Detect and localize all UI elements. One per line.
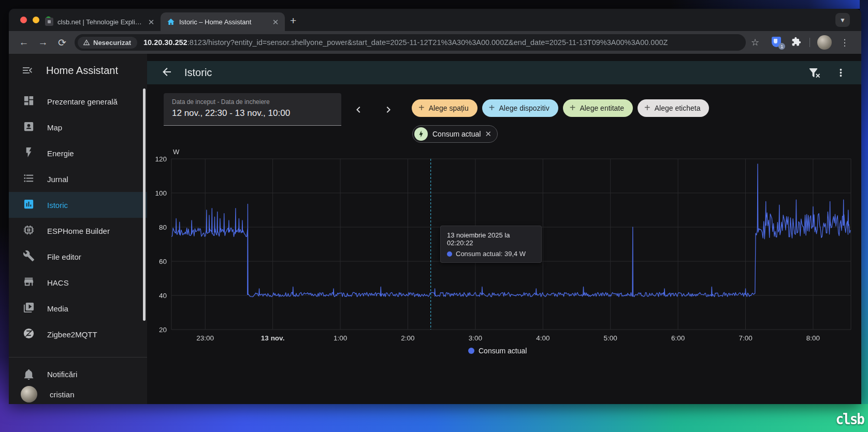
svg-text:W: W xyxy=(173,148,180,156)
sidebar-item-map[interactable]: Map xyxy=(9,114,147,140)
account-box-icon xyxy=(23,121,35,135)
new-tab-button[interactable]: + xyxy=(290,14,296,27)
close-window-button[interactable] xyxy=(20,17,27,23)
security-label: Nesecurizat xyxy=(93,39,131,47)
main-content: Istoric Data de inceput - Data de inchei… xyxy=(147,54,861,404)
tab-clsb[interactable]: clsb.net | Tehnologie Explicată ✕ xyxy=(39,12,161,31)
sidebar-toggle-icon[interactable] xyxy=(21,64,34,77)
forward-button[interactable]: → xyxy=(35,37,51,48)
next-period-button[interactable] xyxy=(382,103,395,116)
warning-icon xyxy=(83,39,90,46)
back-arrow-button[interactable] xyxy=(161,66,173,80)
legend-label: Consum actual xyxy=(479,347,527,355)
browser-window: clsb.net | Tehnologie Explicată ✕ Istori… xyxy=(9,9,861,404)
tab-close-icon[interactable]: ✕ xyxy=(271,18,280,26)
url-host: 10.20.30.252 xyxy=(143,38,187,47)
svg-text:8:00: 8:00 xyxy=(806,334,820,342)
sidebar: Home Assistant Prezentare generalăMapEne… xyxy=(9,54,147,404)
legend-dot-icon xyxy=(468,348,474,354)
overflow-menu-icon[interactable] xyxy=(835,67,847,79)
filter-button-label: Alege spațiu xyxy=(429,104,469,112)
reload-button[interactable]: ⟳ xyxy=(54,37,70,49)
remove-filters-icon[interactable] xyxy=(808,67,820,79)
tab-search-button[interactable]: ▼ xyxy=(835,13,850,27)
previous-period-button[interactable] xyxy=(352,103,365,116)
tooltip-value: Consum actual: 39,4 W xyxy=(456,250,526,258)
extension-badge: 1 xyxy=(778,43,785,50)
play-box-icon xyxy=(23,302,35,316)
svg-text:60: 60 xyxy=(159,258,167,265)
lightning-bolt-icon xyxy=(417,130,425,138)
svg-text:7:00: 7:00 xyxy=(739,334,752,342)
url-text: 10.20.30.252:8123/history?entity_id=sens… xyxy=(143,38,668,47)
tab-close-icon[interactable]: ✕ xyxy=(147,18,155,26)
address-bar[interactable]: Nesecurizat 10.20.30.252:8123/history?en… xyxy=(75,34,746,51)
sidebar-item-label: Media xyxy=(47,304,68,313)
notifications-label: Notificări xyxy=(47,370,77,379)
back-button[interactable]: ← xyxy=(16,37,32,48)
svg-text:5:00: 5:00 xyxy=(604,334,617,342)
svg-text:40: 40 xyxy=(159,292,167,300)
sidebar-item-file-editor[interactable]: File editor xyxy=(9,244,147,270)
page-header: Istoric xyxy=(147,61,861,84)
svg-text:23:00: 23:00 xyxy=(196,334,214,342)
svg-text:2:00: 2:00 xyxy=(401,334,414,342)
sidebar-item-profile[interactable]: cristian xyxy=(9,381,147,404)
sidebar-scrollbar[interactable] xyxy=(143,88,146,321)
svg-text:120: 120 xyxy=(155,155,167,163)
svg-text:4:00: 4:00 xyxy=(536,334,549,342)
sidebar-item-esphome-builder[interactable]: ESPHome Builder xyxy=(9,218,147,244)
sidebar-item-label: Prezentare generală xyxy=(47,97,118,106)
sidebar-item-label: File editor xyxy=(47,252,81,261)
sidebar-item-energie[interactable]: Energie xyxy=(9,140,147,166)
chip-icon xyxy=(23,224,35,238)
browser-menu-icon[interactable]: ⋮ xyxy=(840,37,849,48)
entity-chip-label: Consum actual xyxy=(432,130,481,138)
bookmark-star-icon[interactable]: ☆ xyxy=(751,37,759,48)
plus-icon: + xyxy=(644,102,650,113)
tab-title: clsb.net | Tehnologie Explicată xyxy=(57,18,143,26)
date-range-field[interactable]: Data de inceput - Data de incheiere 12 n… xyxy=(164,93,341,126)
chart-legend[interactable]: Consum actual xyxy=(468,347,527,355)
adblock-extension-icon[interactable]: 1 xyxy=(772,37,782,48)
date-range-value: 12 nov., 22:30 - 13 nov., 10:00 xyxy=(172,108,333,118)
filter-button-alege-eticheta[interactable]: +Alege eticheta xyxy=(638,99,709,117)
tooltip-timestamp: 13 noiembrie 2025 la 02:20:22 xyxy=(447,231,535,247)
svg-text:80: 80 xyxy=(159,224,167,231)
filter-button-alege-spa-iu[interactable]: +Alege spațiu xyxy=(412,99,478,117)
plus-icon: + xyxy=(418,102,425,113)
sidebar-item-hacs[interactable]: HACS xyxy=(9,270,147,295)
browser-toolbar: ← → ⟳ Nesecurizat 10.20.30.252:8123/hist… xyxy=(9,31,861,54)
svg-text:3:00: 3:00 xyxy=(469,334,482,342)
store-icon xyxy=(23,276,35,290)
sidebar-item-jurnal[interactable]: Jurnal xyxy=(9,166,147,192)
sidebar-item-media[interactable]: Media xyxy=(9,295,147,321)
filter-button-label: Alege dispozitiv xyxy=(499,104,549,112)
filter-button-label: Alege entitate xyxy=(580,104,624,112)
svg-text:1:00: 1:00 xyxy=(334,334,347,342)
sidebar-item-prezentare-general-[interactable]: Prezentare generală xyxy=(9,88,147,114)
clsb-favicon-icon xyxy=(45,18,53,26)
sidebar-item-zigbee2mqtt[interactable]: Zigbee2MQTT xyxy=(9,321,147,347)
entity-chip-close-icon[interactable]: ✕ xyxy=(485,129,491,139)
filter-button-label: Alege eticheta xyxy=(655,104,701,112)
desktop-background-top xyxy=(0,0,860,9)
tab-home-assistant[interactable]: Istoric – Home Assistant ✕ xyxy=(161,12,285,31)
svg-text:20: 20 xyxy=(159,326,167,334)
sidebar-divider xyxy=(9,357,147,357)
desktop-background-left xyxy=(0,9,9,404)
wrench-icon xyxy=(23,250,35,264)
filter-button-alege-dispozitiv[interactable]: +Alege dispozitiv xyxy=(482,99,558,117)
plus-icon: + xyxy=(570,102,576,113)
security-chip[interactable]: Nesecurizat xyxy=(78,37,137,49)
entity-chip-consum-actual[interactable]: Consum actual ✕ xyxy=(412,125,498,143)
filter-button-alege-entitate[interactable]: +Alege entitate xyxy=(563,99,633,117)
page-title: Istoric xyxy=(184,67,212,79)
sidebar-item-label: HACS xyxy=(47,278,69,287)
sidebar-item-istoric[interactable]: Istoric xyxy=(9,192,147,218)
profile-avatar[interactable] xyxy=(817,35,832,50)
sidebar-item-label: Istoric xyxy=(47,201,68,210)
sidebar-header: Home Assistant xyxy=(9,54,147,87)
tab-strip: clsb.net | Tehnologie Explicată ✕ Istori… xyxy=(9,9,861,31)
extensions-icon[interactable] xyxy=(791,37,801,49)
